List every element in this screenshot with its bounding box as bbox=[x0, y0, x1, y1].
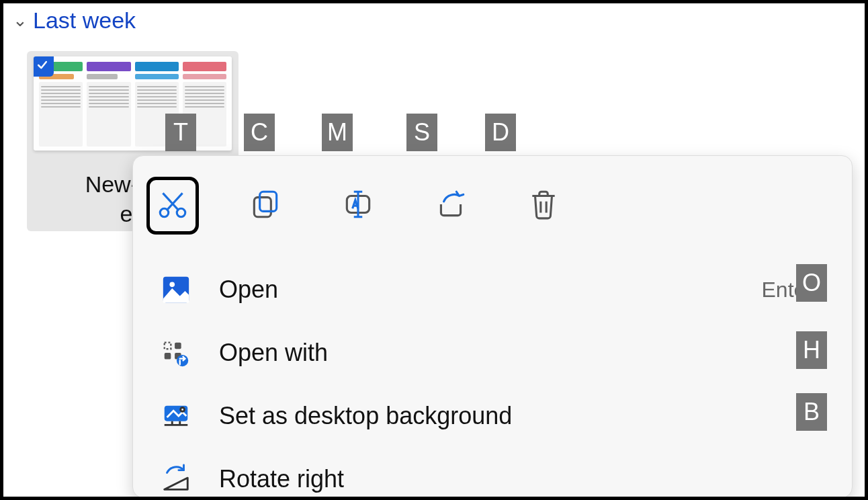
menu-label: Rotate right bbox=[219, 465, 820, 493]
key-hint-cut: T bbox=[165, 114, 196, 151]
delete-button[interactable] bbox=[517, 177, 570, 235]
key-hint-open: O bbox=[796, 264, 827, 302]
cut-button[interactable] bbox=[146, 177, 199, 235]
menu-label: Open bbox=[219, 276, 735, 304]
group-label: Last week bbox=[33, 7, 136, 34]
rotate-right-icon bbox=[160, 463, 192, 495]
menu-label: Open with bbox=[219, 339, 774, 367]
menu-item-open-with[interactable]: Open with 〉 bbox=[146, 321, 838, 384]
file-thumbnail bbox=[34, 56, 232, 151]
window-frame: ⌄ Last week New-Cha en T C M S D bbox=[0, 0, 868, 500]
svg-rect-2 bbox=[254, 198, 271, 217]
chevron-down-icon: ⌄ bbox=[13, 10, 28, 31]
menu-item-rotate-right[interactable]: Rotate right bbox=[146, 448, 838, 500]
key-hint-delete: D bbox=[485, 114, 516, 151]
svg-rect-9 bbox=[165, 353, 171, 360]
key-hint-copy: C bbox=[244, 114, 275, 151]
rename-icon bbox=[341, 188, 375, 224]
menu-item-set-background[interactable]: Set as desktop background bbox=[146, 384, 838, 448]
context-menu: Open Enter Open with 〉 bbox=[132, 155, 853, 498]
svg-point-6 bbox=[169, 282, 175, 288]
scissors-icon bbox=[156, 188, 189, 224]
svg-point-13 bbox=[181, 408, 185, 412]
key-hint-set-bg: B bbox=[796, 393, 827, 431]
context-toolbar bbox=[133, 156, 852, 251]
desktop-background-icon bbox=[160, 400, 192, 432]
photos-app-icon bbox=[160, 274, 192, 306]
key-hint-open-with: H bbox=[796, 331, 827, 369]
trash-icon bbox=[527, 188, 560, 224]
share-button[interactable] bbox=[425, 177, 477, 235]
context-menu-list: Open Enter Open with 〉 bbox=[133, 251, 852, 500]
key-hint-rename: M bbox=[322, 114, 353, 151]
menu-label: Set as desktop background bbox=[219, 402, 820, 430]
open-with-icon bbox=[160, 337, 192, 369]
selected-check-icon bbox=[34, 56, 54, 77]
copy-button[interactable] bbox=[239, 177, 292, 235]
rename-button[interactable] bbox=[332, 177, 384, 235]
svg-rect-7 bbox=[165, 343, 171, 349]
svg-rect-8 bbox=[175, 343, 181, 349]
svg-rect-3 bbox=[260, 192, 277, 211]
copy-icon bbox=[249, 188, 282, 224]
key-hint-share: S bbox=[406, 114, 437, 151]
group-header[interactable]: ⌄ Last week bbox=[3, 3, 865, 34]
share-icon bbox=[434, 188, 468, 224]
menu-item-open[interactable]: Open Enter bbox=[146, 258, 838, 321]
